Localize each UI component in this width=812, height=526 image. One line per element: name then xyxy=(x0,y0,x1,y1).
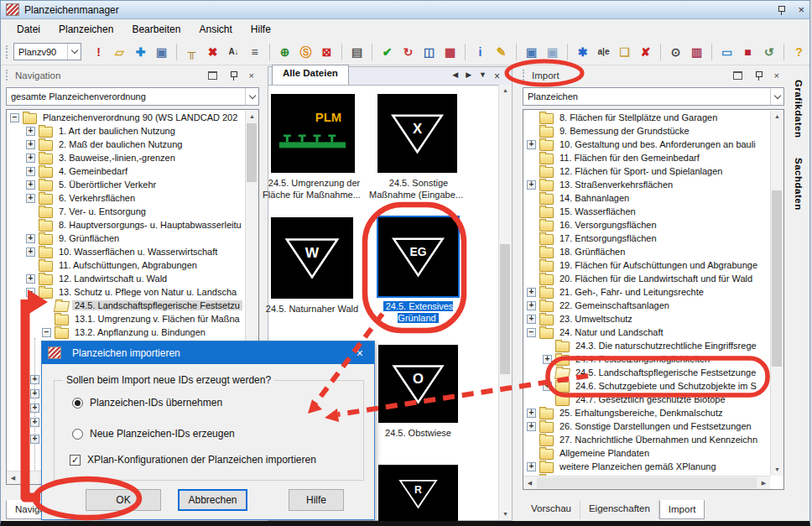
tree-item[interactable]: 11. Aufschüttungen, Abgrabungen xyxy=(7,258,245,272)
tree-item-label[interactable]: Planzeichenverordnung 90 (WS LANDCAD 202 xyxy=(40,112,240,122)
expand-icon[interactable]: + xyxy=(543,355,552,364)
tab-eigenschaften[interactable]: Eigenschaften xyxy=(580,501,659,519)
tree-item-label[interactable]: 2. Maß der baulichen Nutzung xyxy=(56,139,185,149)
save-icon[interactable]: ▣ xyxy=(152,42,171,62)
tree-item[interactable]: 8. Hauptversorgungs- u. Hauptabwasserlei… xyxy=(7,218,245,232)
tree-item[interactable]: +13. Straßenverkehrsflächen xyxy=(523,178,770,191)
tree-item-label[interactable]: 24.5. Landschaftspflegerische Festsetzun… xyxy=(573,367,758,378)
tree-item[interactable]: 20. Flächen für die Landwirtschaft und f… xyxy=(523,272,770,285)
close-icon[interactable]: × xyxy=(351,346,368,360)
tree-item-label[interactable]: 3. Bauweise,-linien,-grenzen xyxy=(56,153,178,163)
tree-item[interactable]: 24.7. Gesetztlich geschützte Biotope xyxy=(523,393,770,406)
scroll-left-icon[interactable]: ◀ xyxy=(452,70,458,82)
planzeichen-thumbnail-plm[interactable]: PLM xyxy=(271,94,355,173)
layout-icon[interactable]: ▭ xyxy=(717,42,737,62)
stamp-icon[interactable]: ▥ xyxy=(687,42,706,62)
tree-item[interactable]: +22. Gemeinschaftsanlagen xyxy=(523,299,770,312)
tree-item-label[interactable]: 9. Bemessung der Grundstücke xyxy=(557,126,692,136)
tree-item[interactable]: −13. Schutz u. Pflege von Natur u. Lands… xyxy=(7,285,245,299)
tree-item-label[interactable]: 22. Gemeinschaftsanlagen xyxy=(557,300,672,310)
chevron-down-icon[interactable] xyxy=(245,88,258,105)
expand-icon[interactable]: + xyxy=(527,180,536,190)
ok-button[interactable]: OK xyxy=(86,489,161,511)
tree-item-label[interactable]: 17. Entsorgungsflächen xyxy=(557,233,659,243)
tree-item[interactable]: +10. Gestaltung und bes. Anforderungen a… xyxy=(523,138,770,151)
collapse-icon[interactable]: − xyxy=(26,288,35,297)
planzeichen-thumbnail-w[interactable]: W xyxy=(271,217,353,299)
tree-item-label[interactable]: 14. Bahnanlagen xyxy=(557,193,632,203)
planzeichen-thumbnail-r[interactable]: R xyxy=(378,465,458,523)
tree-item[interactable]: −24. Natur und Landschaft xyxy=(523,325,770,339)
menu-ansicht[interactable]: Ansicht xyxy=(190,21,241,38)
expand-icon[interactable]: + xyxy=(26,167,35,176)
verordnung-combobox[interactable]: gesamte Planzeichenverordnung xyxy=(6,87,259,106)
tree-item-label[interactable]: 13.2. Anpflanzung u. Bindungen xyxy=(72,327,208,337)
folder-new-icon[interactable]: ✱ xyxy=(573,42,592,62)
split-icon[interactable]: ◫ xyxy=(419,42,439,62)
tree-item[interactable]: +24.6. Schutzgebiete und Schutzobjekte i… xyxy=(523,379,770,393)
tree-item-label[interactable]: 18. Grünflächen xyxy=(557,247,627,257)
tree-item-label[interactable]: 12. Flächen für Sport- und Spielanlagen xyxy=(557,166,725,176)
chevron-down-icon[interactable] xyxy=(67,44,81,60)
tree-item[interactable]: +12. Landwirtschaft u. Wald xyxy=(7,272,245,285)
image-icon[interactable]: ▣ xyxy=(522,42,541,62)
tree-item-label[interactable]: 15. Wasserflächen xyxy=(557,206,638,216)
tree-item[interactable]: +weitere Planzeichen gemäß XPlanung xyxy=(523,460,770,473)
tree-item[interactable]: 16. Versorgungsflächen xyxy=(523,218,770,232)
vertical-scrollbar[interactable]: ▲ ▼ xyxy=(498,85,512,520)
pattern-icon[interactable]: ▦ xyxy=(440,42,460,62)
expand-icon[interactable]: + xyxy=(527,140,536,149)
tree-item[interactable]: +24.4. Festsetzungsmöglichkeiten xyxy=(523,352,770,366)
expand-icon[interactable]: + xyxy=(527,462,536,471)
tree-item-label[interactable]: 24.7. Gesetztlich geschützte Biotope xyxy=(573,394,728,404)
expand-icon[interactable]: + xyxy=(527,315,536,324)
tree-item[interactable]: 7. Ver- u. Entsorgung xyxy=(7,205,245,218)
tab-grafikdaten[interactable]: Grafikdaten xyxy=(794,80,804,138)
tree-item-label[interactable]: 24. Natur und Landschaft xyxy=(557,327,666,337)
menu-planzeichen[interactable]: Planzeichen xyxy=(49,21,122,38)
tree-item-label[interactable]: 24.4. Festsetzungsmöglichkeiten xyxy=(573,354,712,364)
tab-vorschau[interactable]: Vorschau xyxy=(523,501,580,519)
pin-icon[interactable] xyxy=(777,5,786,15)
tree-item-label[interactable]: 16. Versorgungsflächen xyxy=(557,220,659,230)
collapse-icon[interactable]: − xyxy=(42,328,51,337)
expand-icon[interactable]: + xyxy=(26,274,35,284)
wand-icon[interactable]: ✎ xyxy=(492,42,511,62)
profile-combobox[interactable]: Planzv90 xyxy=(13,43,81,60)
expand-icon[interactable]: + xyxy=(26,154,35,163)
close-icon[interactable]: × xyxy=(249,71,254,80)
new-file-icon[interactable]: ! xyxy=(89,42,108,62)
thumbnail-caption[interactable]: 24.5. Extensives Grünland xyxy=(356,300,481,324)
tab-import[interactable]: Import xyxy=(659,500,705,519)
tree-item-label[interactable]: Allgemeine Plandaten xyxy=(557,448,652,458)
expand-icon[interactable]: + xyxy=(543,382,552,391)
checkbox-xplan-konfigurationen[interactable]: ✓ XPlan-Konfigurationen der Planzeichen … xyxy=(70,454,316,466)
expand-icon[interactable]: + xyxy=(527,409,536,418)
planzeichen-combobox[interactable]: Planzeichen xyxy=(523,87,784,106)
expand-icon[interactable]: + xyxy=(30,389,39,398)
expand-icon[interactable]: + xyxy=(527,301,536,310)
close-icon[interactable]: × xyxy=(798,4,804,15)
tree-item-label[interactable]: 9. Grünflächen xyxy=(56,233,122,243)
tree-item[interactable]: 17. Entsorgungsflächen xyxy=(523,232,770,245)
expand-icon[interactable]: + xyxy=(30,435,39,444)
tree-item-label[interactable]: 10. Gestaltung und bes. Anforderungen an… xyxy=(557,139,758,149)
tree-item[interactable]: +6. Verkehrsflächen xyxy=(7,191,245,205)
expand-icon[interactable]: + xyxy=(26,247,35,257)
tree-item-label[interactable]: 19. Flächen für Aufschüttungen und Abgra… xyxy=(557,260,760,270)
expand-icon[interactable]: + xyxy=(527,288,536,297)
tree-item[interactable]: +21. Geh-, Fahr- und Leitungsrechte xyxy=(523,285,770,299)
tree-item-label[interactable]: 11. Flächen für den Gemeinbedarf xyxy=(557,153,702,163)
tree-item[interactable]: 15. Wasserflächen xyxy=(523,205,770,218)
tree-item-label[interactable]: 25. Erhaltungsbereiche, Denkmalschutz xyxy=(557,408,725,418)
tree-item[interactable]: 18. Grünflächen xyxy=(523,245,770,258)
checkbox-icon[interactable]: ✓ xyxy=(70,455,81,466)
tree-item[interactable]: +9. Grünflächen xyxy=(7,232,245,245)
expand-icon[interactable]: + xyxy=(26,127,35,136)
hierarchy-icon[interactable]: ╥ xyxy=(182,42,201,62)
radio-icon[interactable] xyxy=(72,429,83,440)
tree-item-label[interactable]: 13.1. Umgrenzung v. Flächen für Maßna xyxy=(72,314,242,324)
image2-icon[interactable]: ▣ xyxy=(543,42,562,62)
thumbnail-caption[interactable]: 24.5. Sonstige Maßnahme (Eingabe... xyxy=(355,177,481,201)
remove-icon[interactable]: ⊠ xyxy=(317,42,336,62)
